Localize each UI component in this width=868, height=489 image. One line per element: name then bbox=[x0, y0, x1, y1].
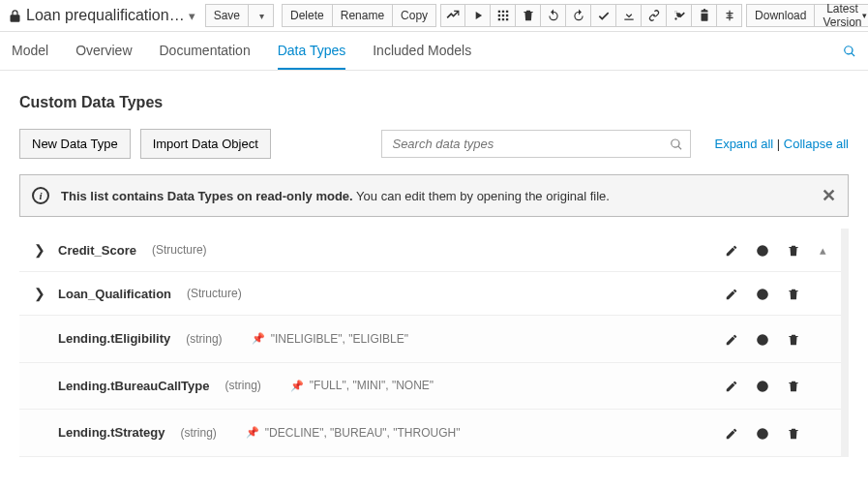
import-data-object-button[interactable]: Import Data Object bbox=[140, 129, 271, 159]
data-type-list: ❯ Credit_Score (Structure) ▴ ❯ Loan_Qual… bbox=[19, 229, 849, 457]
pin-icon: 📌 bbox=[246, 426, 259, 439]
run-icon[interactable] bbox=[465, 4, 491, 27]
version-dropdown[interactable]: Latest Version ▾ bbox=[815, 4, 868, 27]
row-type: (Structure) bbox=[187, 287, 242, 300]
download-small-icon[interactable] bbox=[616, 4, 642, 27]
tabs-bar: Model Overview Documentation Data Types … bbox=[0, 32, 868, 71]
row-name: Lending.tStrategy bbox=[58, 425, 165, 440]
add-icon[interactable] bbox=[756, 379, 769, 394]
delete-icon[interactable] bbox=[787, 286, 800, 301]
list-row: Lending.tStrategy (string) 📌"DECLINE", "… bbox=[19, 410, 841, 457]
row-name: Loan_Qualification bbox=[58, 287, 171, 301]
section-title: Custom Data Types bbox=[19, 94, 849, 111]
list-row: Lending.tBureauCallType (string) 📌"FULL"… bbox=[19, 363, 841, 411]
tab-overview[interactable]: Overview bbox=[75, 33, 132, 70]
collapse-all-link[interactable]: Collapse all bbox=[784, 137, 849, 151]
row-constraints: "FULL", "MINI", "NONE" bbox=[310, 379, 434, 392]
list-row: ❯ Loan_Qualification (Structure) bbox=[19, 272, 841, 316]
arrow-up-icon[interactable]: ▴ bbox=[818, 243, 827, 258]
list-row: ❯ Credit_Score (Structure) ▴ bbox=[19, 229, 841, 272]
delete-icon[interactable] bbox=[787, 379, 800, 394]
paste-icon[interactable] bbox=[692, 4, 717, 27]
tab-data-types[interactable]: Data Types bbox=[278, 33, 346, 70]
readonly-alert: i This list contains Data Types on read-… bbox=[19, 174, 849, 217]
edit-icon[interactable] bbox=[725, 286, 738, 301]
cut-icon[interactable] bbox=[667, 4, 692, 27]
alert-close-icon[interactable]: ✕ bbox=[822, 185, 836, 206]
add-icon[interactable] bbox=[756, 425, 769, 441]
rename-button[interactable]: Rename bbox=[333, 4, 393, 27]
tab-model[interactable]: Model bbox=[12, 33, 48, 70]
row-type: (string) bbox=[225, 379, 261, 392]
search-field-icon[interactable] bbox=[670, 137, 683, 152]
list-row: Lending.tEligibility (string) 📌"INELIGIB… bbox=[19, 316, 841, 363]
row-name: Credit_Score bbox=[58, 243, 136, 258]
save-button[interactable]: Save bbox=[205, 4, 249, 27]
edit-icon[interactable] bbox=[725, 379, 738, 394]
row-type: (string) bbox=[186, 332, 222, 346]
tree-icon[interactable] bbox=[717, 4, 742, 27]
chevron-right-icon[interactable]: ❯ bbox=[33, 286, 46, 301]
edit-icon[interactable] bbox=[725, 425, 738, 441]
undo-icon[interactable] bbox=[541, 4, 566, 27]
pin-icon: 📌 bbox=[252, 332, 265, 345]
download-button[interactable]: Download bbox=[746, 4, 815, 27]
row-constraints: "DECLINE", "BUREAU", "THROUGH" bbox=[265, 426, 461, 440]
link-icon[interactable] bbox=[642, 4, 667, 27]
title-dropdown[interactable]: ▾ bbox=[189, 9, 195, 23]
add-icon[interactable] bbox=[756, 286, 769, 301]
alert-bold: This list contains Data Types on read-on… bbox=[61, 189, 353, 203]
check-icon[interactable] bbox=[591, 4, 616, 27]
row-name: Lending.tBureauCallType bbox=[58, 379, 210, 393]
expand-all-link[interactable]: Expand all bbox=[714, 137, 773, 151]
file-title: Loan prequalification… bbox=[26, 7, 185, 24]
delete-icon[interactable] bbox=[787, 425, 800, 441]
add-icon[interactable] bbox=[756, 331, 769, 347]
row-constraints: "INELIGIBLE", "ELIGIBLE" bbox=[271, 332, 408, 346]
save-dropdown[interactable] bbox=[249, 4, 274, 27]
delete-button[interactable]: Delete bbox=[282, 4, 333, 27]
info-icon: i bbox=[32, 187, 49, 204]
lock-icon bbox=[8, 8, 22, 23]
add-icon[interactable] bbox=[756, 242, 769, 258]
validate-icon[interactable] bbox=[440, 4, 465, 27]
grid-icon[interactable] bbox=[491, 4, 516, 27]
top-toolbar: Loan prequalification… ▾ Save Delete Ren… bbox=[0, 0, 868, 32]
trash-icon[interactable] bbox=[516, 4, 541, 27]
search-input[interactable] bbox=[381, 130, 691, 158]
pin-icon: 📌 bbox=[290, 380, 304, 392]
edit-icon[interactable] bbox=[725, 242, 738, 258]
chevron-right-icon[interactable]: ❯ bbox=[33, 242, 46, 258]
delete-icon[interactable] bbox=[787, 331, 800, 347]
tab-documentation[interactable]: Documentation bbox=[160, 33, 251, 70]
search-icon[interactable] bbox=[843, 44, 856, 59]
copy-button[interactable]: Copy bbox=[393, 4, 436, 27]
new-data-type-button[interactable]: New Data Type bbox=[19, 129, 131, 159]
redo-icon[interactable] bbox=[566, 4, 591, 27]
alert-rest: You can edit them by opening the origina… bbox=[353, 189, 610, 203]
row-type: (string) bbox=[181, 426, 217, 440]
delete-icon[interactable] bbox=[787, 242, 800, 258]
row-type: (Structure) bbox=[152, 243, 207, 257]
edit-icon[interactable] bbox=[725, 331, 738, 347]
link-separator: | bbox=[773, 137, 784, 151]
row-name: Lending.tEligibility bbox=[58, 331, 170, 346]
tab-included-models[interactable]: Included Models bbox=[373, 33, 471, 70]
